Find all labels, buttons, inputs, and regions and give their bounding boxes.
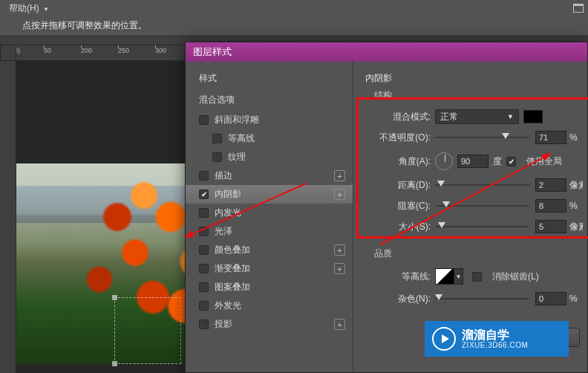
size-unit: 像素 bbox=[569, 221, 583, 233]
noise-label: 杂色(N): bbox=[376, 293, 431, 305]
ruler-left bbox=[0, 61, 16, 373]
style-contour[interactable]: 等高线 bbox=[186, 129, 353, 148]
distance-label: 距离(D): bbox=[376, 179, 431, 192]
style-drop-shadow[interactable]: 投影 + bbox=[186, 315, 353, 334]
style-bevel-emboss[interactable]: 斜面和浮雕 bbox=[186, 111, 353, 129]
chevron-down-icon: ▼ bbox=[507, 113, 514, 120]
style-label: 内发光 bbox=[215, 207, 345, 219]
blending-options[interactable]: 混合选项 bbox=[186, 89, 353, 111]
checkbox[interactable] bbox=[199, 245, 209, 255]
transform-handle[interactable] bbox=[112, 361, 117, 366]
section-title: 内阴影 bbox=[365, 72, 583, 85]
size-slider[interactable] bbox=[435, 221, 529, 233]
style-label: 图案叠加 bbox=[215, 281, 345, 293]
style-label: 颜色叠加 bbox=[215, 244, 331, 256]
add-instance-icon[interactable]: + bbox=[334, 170, 345, 181]
blend-mode-row: 混合模式: 正常 ▼ bbox=[365, 108, 583, 126]
opacity-label: 不透明度(O): bbox=[376, 132, 431, 144]
distance-input[interactable] bbox=[535, 178, 566, 192]
checkbox[interactable] bbox=[199, 115, 209, 125]
color-swatch[interactable] bbox=[523, 110, 543, 123]
checkbox[interactable] bbox=[199, 282, 209, 292]
style-label: 投影 bbox=[215, 318, 331, 331]
use-global-checkbox[interactable] bbox=[506, 157, 516, 166]
style-stroke[interactable]: 描边 + bbox=[186, 166, 353, 185]
structure-label: 结构 bbox=[374, 89, 583, 102]
ruler-tick: 200 bbox=[81, 47, 92, 54]
transform-handle[interactable] bbox=[112, 295, 117, 300]
checkbox[interactable] bbox=[199, 301, 209, 311]
style-label: 纹理 bbox=[228, 151, 345, 163]
watermark-sub: ZIXUE.3D66.COM bbox=[462, 341, 528, 349]
blend-mode-value: 正常 bbox=[440, 111, 458, 123]
style-gradient-overlay[interactable]: 渐变叠加 + bbox=[186, 259, 353, 278]
checkbox[interactable] bbox=[199, 264, 209, 273]
noise-input[interactable] bbox=[535, 292, 566, 305]
style-label: 渐变叠加 bbox=[215, 262, 331, 275]
menubar: 帮助(H) ▼ bbox=[0, 0, 588, 16]
add-instance-icon[interactable]: + bbox=[334, 263, 345, 274]
distance-unit: 像素 bbox=[569, 179, 583, 192]
style-color-overlay[interactable]: 颜色叠加 + bbox=[186, 241, 353, 259]
add-instance-icon[interactable]: + bbox=[334, 189, 345, 200]
style-texture[interactable]: 纹理 bbox=[186, 148, 353, 166]
style-inner-shadow[interactable]: 内阴影 + bbox=[186, 185, 353, 204]
maximize-icon[interactable] bbox=[573, 4, 584, 13]
style-inner-glow[interactable]: 内发光 bbox=[186, 204, 353, 222]
dialog-titlebar[interactable]: 图层样式 bbox=[186, 42, 587, 62]
blend-mode-label: 混合模式: bbox=[376, 111, 431, 123]
angle-unit: 度 bbox=[493, 155, 502, 168]
ruler-tick: 00) bbox=[16, 47, 20, 54]
contour-dropdown[interactable]: ▼ bbox=[454, 268, 463, 285]
add-instance-icon[interactable]: + bbox=[334, 319, 345, 330]
ruler-tick: 300 bbox=[155, 47, 166, 54]
quality-label: 品质 bbox=[374, 247, 583, 260]
checkbox[interactable] bbox=[212, 152, 222, 162]
size-input[interactable] bbox=[535, 220, 566, 233]
checkbox[interactable] bbox=[199, 171, 209, 181]
opacity-row: 不透明度(O): % bbox=[365, 129, 583, 146]
style-label: 描边 bbox=[215, 169, 331, 182]
noise-row: 杂色(N): % bbox=[365, 290, 583, 308]
ruler-tick: 250 bbox=[118, 47, 129, 54]
checkbox[interactable] bbox=[212, 134, 222, 143]
antialias-label: 消除锯齿(L) bbox=[492, 270, 539, 283]
checkbox[interactable] bbox=[199, 320, 209, 329]
size-row: 大小(S): 像素 bbox=[365, 218, 583, 236]
styles-header[interactable]: 样式 bbox=[186, 68, 353, 89]
angle-label: 角度(A): bbox=[376, 155, 431, 168]
style-outer-glow[interactable]: 外发光 bbox=[186, 296, 353, 315]
menu-help-label: 帮助(H) bbox=[9, 3, 39, 13]
choke-label: 阻塞(C): bbox=[376, 200, 431, 213]
antialias-checkbox[interactable] bbox=[472, 272, 482, 282]
menu-help[interactable]: 帮助(H) ▼ bbox=[4, 2, 53, 15]
ruler-corner bbox=[0, 45, 16, 61]
contour-picker[interactable] bbox=[435, 268, 454, 285]
ruler-tick: 50 bbox=[44, 47, 51, 54]
style-label: 光泽 bbox=[215, 225, 345, 238]
dialog-title-text: 图层样式 bbox=[193, 45, 232, 59]
angle-input[interactable] bbox=[457, 155, 489, 168]
opacity-input[interactable] bbox=[535, 131, 566, 144]
checkbox[interactable] bbox=[199, 208, 209, 218]
watermark-title: 溜溜自学 bbox=[462, 328, 528, 342]
choke-row: 阻塞(C): % bbox=[365, 197, 583, 215]
checkbox[interactable] bbox=[199, 189, 209, 199]
contour-label: 等高线: bbox=[376, 270, 431, 283]
play-icon bbox=[432, 327, 456, 351]
options-hint: 点按并拖移可调整效果的位置。 bbox=[0, 16, 588, 36]
style-pattern-overlay[interactable]: 图案叠加 bbox=[186, 278, 353, 296]
watermark: 溜溜自学 ZIXUE.3D66.COM bbox=[425, 321, 569, 357]
styles-panel: 样式 混合选项 斜面和浮雕 等高线 纹理 描边 + 内阴影 bbox=[186, 62, 353, 372]
angle-dial[interactable] bbox=[435, 152, 453, 170]
transform-outline[interactable] bbox=[114, 297, 181, 364]
contour-row: 等高线: ▼ 消除锯齿(L) bbox=[365, 266, 583, 287]
noise-slider[interactable] bbox=[435, 293, 529, 305]
blend-mode-select[interactable]: 正常 ▼ bbox=[435, 109, 519, 124]
chevron-down-icon: ▼ bbox=[43, 6, 49, 13]
opacity-slider[interactable] bbox=[435, 132, 529, 143]
opacity-unit: % bbox=[569, 132, 583, 143]
distance-row: 距离(D): 像素 bbox=[365, 176, 583, 194]
choke-input[interactable] bbox=[535, 199, 566, 213]
add-instance-icon[interactable]: + bbox=[334, 244, 345, 256]
